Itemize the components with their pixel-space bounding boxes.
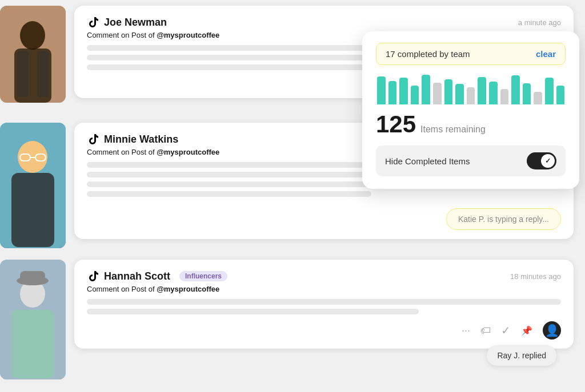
hide-completed-toggle[interactable]: ✓ [527, 152, 556, 169]
tiktok-icon-2 [87, 133, 99, 146]
person-1-silhouette [0, 6, 66, 103]
svg-rect-14 [20, 271, 45, 282]
main-container: Joe Newman a minute ago Comment on Post … [0, 0, 585, 392]
tiktok-icon-1 [87, 16, 99, 29]
chart-bar [511, 75, 520, 104]
card-3-title-area: Hannah Scott Influencers [87, 270, 227, 282]
chart-bar [556, 86, 565, 104]
more-dots-icon-3[interactable]: ··· [462, 325, 470, 337]
toggle-check-icon: ✓ [545, 157, 551, 165]
hide-completed-row: Hide Completed Items ✓ [376, 146, 566, 176]
card-3-time: 18 minutes ago [510, 272, 561, 281]
card-2-handle: @mysproutcoffee [157, 148, 219, 156]
completed-text: 17 completed by team [386, 49, 470, 59]
tag-icon-3[interactable]: 🏷 [480, 325, 491, 337]
content-line [87, 309, 419, 314]
chart-bar [422, 75, 430, 104]
chart-bar [534, 92, 542, 104]
chart-bar [377, 76, 386, 105]
card-1-name: Joe Newman [104, 17, 167, 29]
typing-indicator: Katie P. is typing a reply... [446, 208, 561, 230]
chart-bar [523, 83, 531, 104]
reply-bubble-wrap: Ray J. replied [487, 345, 556, 366]
chart-bar [545, 78, 554, 104]
chart-bar [455, 84, 464, 104]
chart-bar [500, 89, 509, 105]
pin-icon-3[interactable]: 📌 [521, 325, 532, 336]
items-remaining-area: 125 Items remaining [376, 112, 566, 136]
svg-rect-3 [17, 51, 29, 97]
clear-button[interactable]: clear [536, 49, 556, 59]
completed-banner: 17 completed by team clear [376, 43, 566, 65]
chart-bar [411, 86, 419, 104]
influencers-tag: Influencers [179, 271, 227, 281]
chart-bar [478, 77, 486, 104]
card-1-time: a minute ago [518, 18, 561, 27]
card-3-actions: ··· 🏷 ✓ 📌 👤 [87, 321, 561, 340]
chart-bar [399, 78, 408, 104]
card-3-subtitle: Comment on Post of @mysproutcoffee [87, 285, 561, 293]
content-line [87, 64, 371, 70]
popup-panel: 17 completed by team clear 125 Items rem… [362, 31, 579, 189]
reply-bubble: Ray J. replied [487, 345, 556, 366]
content-line [87, 299, 561, 305]
person-2-silhouette [0, 123, 66, 248]
chart-bar [467, 87, 475, 104]
card-3-name: Hannah Scott [104, 270, 170, 282]
svg-rect-7 [11, 173, 54, 247]
items-remaining-label: Items remaining [420, 124, 486, 135]
hide-completed-label: Hide Completed Items [385, 156, 470, 166]
content-line [87, 191, 371, 197]
chart-bar [444, 79, 453, 104]
card-hannah-scott: Hannah Scott Influencers 18 minutes ago … [74, 260, 574, 349]
svg-rect-4 [37, 51, 49, 97]
items-count: 125 [376, 112, 416, 136]
chart-bar [489, 82, 498, 104]
card-2-title-area: Minnie Watkins [87, 133, 178, 146]
toggle-knob: ✓ [541, 154, 555, 168]
svg-rect-15 [11, 310, 54, 378]
card-3-content [87, 299, 561, 314]
chart-bar [433, 83, 442, 105]
avatar-2 [0, 123, 66, 248]
card-1-title-area: Joe Newman [87, 16, 167, 29]
avatar-3 [0, 260, 66, 379]
card-3-handle: @mysproutcoffee [157, 285, 219, 293]
tiktok-icon-3 [87, 270, 99, 282]
card-1-header: Joe Newman a minute ago [87, 16, 561, 29]
completed-count: 17 [386, 49, 395, 59]
check-icon-3[interactable]: ✓ [501, 324, 511, 337]
person-icon-3[interactable]: 👤 [543, 321, 561, 340]
card-1-handle: @mysproutcoffee [157, 31, 219, 39]
svg-point-1 [20, 21, 45, 50]
bar-chart [376, 73, 566, 104]
card-2-name: Minnie Watkins [104, 134, 178, 146]
typing-area: Katie P. is typing a reply... [87, 204, 561, 230]
avatar-1 [0, 6, 66, 103]
chart-bar [388, 81, 397, 104]
person-3-silhouette [0, 260, 66, 379]
completed-label-text: completed by team [398, 49, 470, 59]
card-3-header: Hannah Scott Influencers 18 minutes ago [87, 270, 561, 282]
